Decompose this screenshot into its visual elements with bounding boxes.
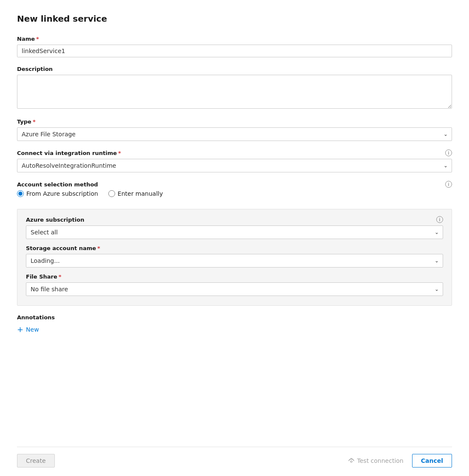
footer-right: Test connection Cancel — [345, 454, 452, 468]
description-label: Description — [17, 66, 452, 72]
subscription-select[interactable]: Select all — [26, 225, 443, 239]
account-method-label: Account selection method — [17, 181, 98, 188]
azure-subscription-subsection: Azure subscription i Select all ⌄ Storag… — [17, 209, 452, 306]
account-method-info-icon[interactable]: i — [445, 181, 452, 188]
new-annotation-button[interactable]: + New — [17, 324, 39, 335]
annotations-section: Annotations + New — [17, 314, 452, 335]
runtime-label-row: Connect via integration runtime * i — [17, 149, 452, 156]
footer: Create Test connection Cancel — [17, 447, 452, 476]
radio-azure-subscription[interactable]: From Azure subscription — [17, 190, 98, 197]
storage-account-label: Storage account name * — [26, 245, 443, 251]
storage-account-select[interactable]: Loading... — [26, 254, 443, 268]
file-share-required: * — [59, 273, 62, 280]
type-group: Type * Azure File Storage ⌄ — [17, 118, 452, 141]
description-textarea[interactable] — [17, 75, 452, 109]
plus-icon: + — [17, 326, 23, 333]
create-button[interactable]: Create — [17, 454, 55, 468]
runtime-group: Connect via integration runtime * i Auto… — [17, 149, 452, 172]
account-method-label-row: Account selection method i — [17, 181, 452, 188]
subscription-select-wrapper: Select all ⌄ — [26, 225, 443, 239]
name-input[interactable] — [17, 45, 452, 57]
annotations-label: Annotations — [17, 314, 452, 321]
svg-point-0 — [350, 461, 352, 462]
description-group: Description — [17, 66, 452, 110]
storage-account-group: Storage account name * Loading... ⌄ — [26, 245, 443, 268]
name-group: Name * — [17, 36, 452, 57]
runtime-select-wrapper: AutoResolveIntegrationRuntime ⌄ — [17, 159, 452, 172]
subscription-label-row: Azure subscription i — [26, 216, 443, 223]
storage-account-select-wrapper: Loading... ⌄ — [26, 254, 443, 268]
runtime-info-icon[interactable]: i — [445, 149, 452, 156]
runtime-select[interactable]: AutoResolveIntegrationRuntime — [17, 159, 452, 172]
panel-title: New linked service — [17, 14, 452, 24]
name-label: Name * — [17, 36, 452, 42]
footer-left: Create — [17, 454, 55, 468]
test-connection-icon — [348, 457, 355, 464]
account-method-radio-group: From Azure subscription Enter manually — [17, 190, 452, 197]
type-select[interactable]: Azure File Storage — [17, 127, 452, 141]
cancel-button[interactable]: Cancel — [412, 454, 452, 468]
storage-account-required: * — [97, 245, 100, 251]
type-required: * — [33, 118, 36, 125]
radio-azure-input[interactable] — [17, 190, 24, 197]
radio-enter-manually[interactable]: Enter manually — [108, 190, 163, 197]
runtime-required: * — [118, 150, 121, 156]
subscription-label: Azure subscription — [26, 217, 84, 223]
runtime-label: Connect via integration runtime * — [17, 150, 121, 156]
subscription-info-icon[interactable]: i — [436, 216, 443, 223]
file-share-group: File Share * No file share ⌄ — [26, 273, 443, 296]
file-share-label: File Share * — [26, 273, 443, 280]
subscription-group: Azure subscription i Select all ⌄ — [26, 216, 443, 239]
file-share-select[interactable]: No file share — [26, 282, 443, 296]
account-method-group: Account selection method i From Azure su… — [17, 181, 452, 197]
name-required: * — [36, 36, 39, 42]
type-label: Type * — [17, 118, 452, 125]
radio-manual-input[interactable] — [108, 190, 115, 197]
type-select-wrapper: Azure File Storage ⌄ — [17, 127, 452, 141]
file-share-select-wrapper: No file share ⌄ — [26, 282, 443, 296]
test-connection-button[interactable]: Test connection — [345, 454, 407, 467]
new-linked-service-panel: New linked service Name * Description Ty… — [0, 0, 469, 476]
